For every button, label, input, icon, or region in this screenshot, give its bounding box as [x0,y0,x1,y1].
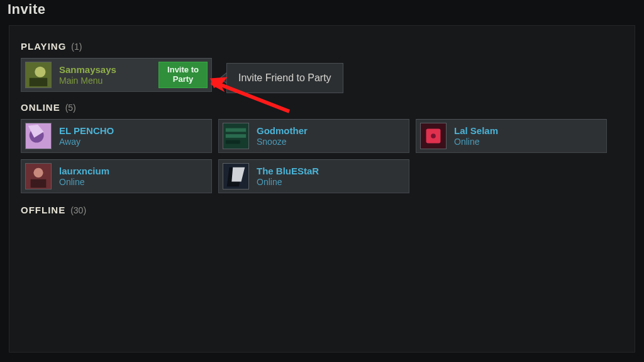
section-label: PLAYING [21,41,66,52]
avatar [420,123,447,149]
section-count: (1) [71,42,82,52]
friend-name: laurxncium [59,166,109,177]
friend-status: Away [59,137,114,147]
invite-line1: Invite to [167,65,199,74]
svg-rect-2 [30,78,48,86]
section-header-playing: PLAYING (1) [21,41,623,52]
svg-rect-14 [31,179,47,188]
friend-card[interactable]: Godmother Snooze [218,119,409,153]
friend-name: EL PENCHO [59,125,114,137]
avatar [25,163,52,189]
avatar [223,123,249,149]
tooltip-text: Invite Friend to Party [238,72,331,84]
svg-point-1 [35,67,45,77]
friend-card[interactable]: The BluEStaR Online [218,159,409,193]
tooltip-arrow-icon [219,72,226,84]
svg-rect-6 [226,128,246,132]
friend-status: Snooze [257,137,308,147]
svg-point-13 [33,168,43,178]
friend-card[interactable]: laurxncium Online [21,159,212,193]
online-grid: EL PENCHO Away Godmother Snooze [21,119,623,193]
invite-line2: Party [173,74,194,84]
friend-status: Online [257,177,319,188]
friend-name: Godmother [257,125,308,137]
invite-to-party-button[interactable]: Invite to Party [158,62,208,88]
svg-point-11 [431,133,436,139]
invite-tooltip: Invite Friend to Party [226,63,343,93]
friend-status: Online [59,177,109,188]
section-header-offline: OFFLINE (30) [21,205,623,215]
friend-name: Sanmaysays [59,64,116,76]
section-label: OFFLINE [21,205,65,215]
friend-card[interactable]: EL PENCHO Away [21,119,212,153]
friend-name: Lal Selam [454,125,498,137]
avatar [25,62,52,88]
avatar [223,163,249,189]
friend-status: Main Menu [59,76,116,86]
friend-status: Online [454,137,498,147]
section-label: ONLINE [21,102,60,113]
friend-card[interactable]: Lal Selam Online [416,119,607,153]
section-header-online: ONLINE (5) [21,102,623,113]
page-title: Invite [8,1,45,18]
friend-name: The BluEStaR [257,166,319,177]
section-count: (30) [70,205,86,215]
svg-rect-7 [226,134,246,138]
svg-rect-8 [226,140,240,144]
friend-card[interactable]: Sanmaysays Main Menu Invite to Party [21,58,212,92]
section-count: (5) [65,103,76,113]
avatar [25,123,52,149]
